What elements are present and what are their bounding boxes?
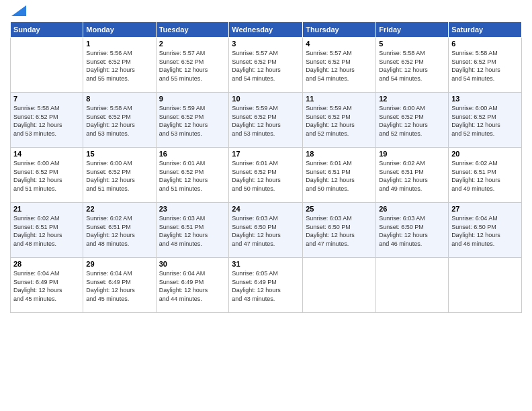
day-number: 10 xyxy=(232,95,300,103)
day-info: Sunrise: 6:00 AM Sunset: 6:52 PM Dayligh… xyxy=(13,159,80,193)
day-info: Sunrise: 6:01 AM Sunset: 6:52 PM Dayligh… xyxy=(159,159,226,193)
day-number: 24 xyxy=(232,205,300,213)
calendar-cell: 27Sunrise: 6:04 AM Sunset: 6:50 PM Dayli… xyxy=(449,203,522,258)
day-info: Sunrise: 6:03 AM Sunset: 6:51 PM Dayligh… xyxy=(159,214,226,248)
day-info: Sunrise: 6:04 AM Sunset: 6:49 PM Dayligh… xyxy=(159,269,226,303)
calendar-week-row: 7Sunrise: 5:58 AM Sunset: 6:52 PM Daylig… xyxy=(11,93,522,148)
day-number: 13 xyxy=(451,95,519,103)
day-number: 18 xyxy=(306,150,373,158)
calendar-cell: 23Sunrise: 6:03 AM Sunset: 6:51 PM Dayli… xyxy=(156,203,229,258)
header xyxy=(10,7,522,16)
day-info: Sunrise: 5:59 AM Sunset: 6:52 PM Dayligh… xyxy=(159,104,226,138)
day-info: Sunrise: 6:00 AM Sunset: 6:52 PM Dayligh… xyxy=(379,104,445,138)
day-info: Sunrise: 5:59 AM Sunset: 6:52 PM Dayligh… xyxy=(306,104,373,138)
calendar-cell: 22Sunrise: 6:02 AM Sunset: 6:51 PM Dayli… xyxy=(83,203,156,258)
calendar-cell: 21Sunrise: 6:02 AM Sunset: 6:51 PM Dayli… xyxy=(11,203,83,258)
day-number: 2 xyxy=(159,40,226,48)
calendar-cell: 31Sunrise: 6:05 AM Sunset: 6:49 PM Dayli… xyxy=(229,258,303,313)
day-info: Sunrise: 5:57 AM Sunset: 6:52 PM Dayligh… xyxy=(159,49,226,83)
calendar-cell: 24Sunrise: 6:03 AM Sunset: 6:50 PM Dayli… xyxy=(229,203,303,258)
calendar-cell: 17Sunrise: 6:01 AM Sunset: 6:52 PM Dayli… xyxy=(229,148,303,203)
day-info: Sunrise: 5:58 AM Sunset: 6:52 PM Dayligh… xyxy=(86,104,152,138)
day-info: Sunrise: 6:04 AM Sunset: 6:49 PM Dayligh… xyxy=(13,269,80,303)
calendar-week-row: 21Sunrise: 6:02 AM Sunset: 6:51 PM Dayli… xyxy=(11,203,522,258)
day-info: Sunrise: 5:58 AM Sunset: 6:52 PM Dayligh… xyxy=(379,49,445,83)
calendar-cell: 28Sunrise: 6:04 AM Sunset: 6:49 PM Dayli… xyxy=(11,258,83,313)
day-info: Sunrise: 5:59 AM Sunset: 6:52 PM Dayligh… xyxy=(232,104,300,138)
day-number: 25 xyxy=(306,205,373,213)
calendar-cell xyxy=(449,258,522,313)
calendar-week-row: 14Sunrise: 6:00 AM Sunset: 6:52 PM Dayli… xyxy=(11,148,522,203)
logo-icon xyxy=(11,5,26,16)
calendar-cell: 10Sunrise: 5:59 AM Sunset: 6:52 PM Dayli… xyxy=(229,93,303,148)
calendar-header-row: SundayMondayTuesdayWednesdayThursdayFrid… xyxy=(11,22,522,38)
day-info: Sunrise: 6:05 AM Sunset: 6:49 PM Dayligh… xyxy=(232,269,300,303)
day-number: 30 xyxy=(159,260,226,268)
day-number: 22 xyxy=(86,205,152,213)
calendar-cell: 5Sunrise: 5:58 AM Sunset: 6:52 PM Daylig… xyxy=(376,38,449,93)
calendar-cell: 26Sunrise: 6:03 AM Sunset: 6:50 PM Dayli… xyxy=(376,203,449,258)
day-info: Sunrise: 5:57 AM Sunset: 6:52 PM Dayligh… xyxy=(232,49,300,83)
day-info: Sunrise: 6:04 AM Sunset: 6:50 PM Dayligh… xyxy=(451,214,519,248)
day-number: 3 xyxy=(232,40,300,48)
day-number: 9 xyxy=(159,95,226,103)
calendar-cell: 13Sunrise: 6:00 AM Sunset: 6:52 PM Dayli… xyxy=(449,93,522,148)
calendar-cell: 15Sunrise: 6:00 AM Sunset: 6:52 PM Dayli… xyxy=(83,148,156,203)
day-info: Sunrise: 6:02 AM Sunset: 6:51 PM Dayligh… xyxy=(86,214,152,248)
calendar-header-saturday: Saturday xyxy=(449,22,522,38)
calendar-cell: 14Sunrise: 6:00 AM Sunset: 6:52 PM Dayli… xyxy=(11,148,83,203)
day-number: 17 xyxy=(232,150,300,158)
calendar-cell: 4Sunrise: 5:57 AM Sunset: 6:52 PM Daylig… xyxy=(303,38,376,93)
calendar-header-friday: Friday xyxy=(376,22,449,38)
calendar-header-tuesday: Tuesday xyxy=(156,22,229,38)
calendar: SundayMondayTuesdayWednesdayThursdayFrid… xyxy=(10,21,522,313)
day-info: Sunrise: 6:01 AM Sunset: 6:51 PM Dayligh… xyxy=(306,159,373,193)
day-info: Sunrise: 5:58 AM Sunset: 6:52 PM Dayligh… xyxy=(13,104,80,138)
day-number: 6 xyxy=(451,40,519,48)
calendar-cell: 9Sunrise: 5:59 AM Sunset: 6:52 PM Daylig… xyxy=(156,93,229,148)
day-number: 15 xyxy=(86,150,152,158)
calendar-header-monday: Monday xyxy=(83,22,156,38)
calendar-header-thursday: Thursday xyxy=(303,22,376,38)
day-number: 12 xyxy=(379,95,445,103)
calendar-cell: 19Sunrise: 6:02 AM Sunset: 6:51 PM Dayli… xyxy=(376,148,449,203)
day-number: 23 xyxy=(159,205,226,213)
day-number: 7 xyxy=(13,95,80,103)
day-info: Sunrise: 5:56 AM Sunset: 6:52 PM Dayligh… xyxy=(86,49,152,83)
calendar-cell: 18Sunrise: 6:01 AM Sunset: 6:51 PM Dayli… xyxy=(303,148,376,203)
calendar-cell: 8Sunrise: 5:58 AM Sunset: 6:52 PM Daylig… xyxy=(83,93,156,148)
calendar-week-row: 1Sunrise: 5:56 AM Sunset: 6:52 PM Daylig… xyxy=(11,38,522,93)
day-number: 26 xyxy=(379,205,445,213)
day-info: Sunrise: 6:00 AM Sunset: 6:52 PM Dayligh… xyxy=(86,159,152,193)
day-info: Sunrise: 6:02 AM Sunset: 6:51 PM Dayligh… xyxy=(379,159,445,193)
calendar-cell xyxy=(303,258,376,313)
day-number: 20 xyxy=(451,150,519,158)
day-number: 29 xyxy=(86,260,152,268)
day-info: Sunrise: 6:00 AM Sunset: 6:52 PM Dayligh… xyxy=(451,104,519,138)
calendar-cell: 16Sunrise: 6:01 AM Sunset: 6:52 PM Dayli… xyxy=(156,148,229,203)
day-info: Sunrise: 5:57 AM Sunset: 6:52 PM Dayligh… xyxy=(306,49,373,83)
day-info: Sunrise: 6:02 AM Sunset: 6:51 PM Dayligh… xyxy=(451,159,519,193)
day-info: Sunrise: 6:02 AM Sunset: 6:51 PM Dayligh… xyxy=(13,214,80,248)
day-info: Sunrise: 6:03 AM Sunset: 6:50 PM Dayligh… xyxy=(379,214,445,248)
calendar-cell xyxy=(376,258,449,313)
calendar-cell: 6Sunrise: 5:58 AM Sunset: 6:52 PM Daylig… xyxy=(449,38,522,93)
day-number: 21 xyxy=(13,205,80,213)
calendar-cell: 7Sunrise: 5:58 AM Sunset: 6:52 PM Daylig… xyxy=(11,93,83,148)
calendar-cell: 3Sunrise: 5:57 AM Sunset: 6:52 PM Daylig… xyxy=(229,38,303,93)
day-number: 31 xyxy=(232,260,300,268)
calendar-cell: 29Sunrise: 6:04 AM Sunset: 6:49 PM Dayli… xyxy=(83,258,156,313)
day-info: Sunrise: 6:03 AM Sunset: 6:50 PM Dayligh… xyxy=(232,214,300,248)
day-number: 1 xyxy=(86,40,152,48)
svg-marker-0 xyxy=(11,5,26,16)
calendar-cell: 1Sunrise: 5:56 AM Sunset: 6:52 PM Daylig… xyxy=(83,38,156,93)
calendar-cell: 20Sunrise: 6:02 AM Sunset: 6:51 PM Dayli… xyxy=(449,148,522,203)
calendar-cell: 25Sunrise: 6:03 AM Sunset: 6:50 PM Dayli… xyxy=(303,203,376,258)
day-number: 4 xyxy=(306,40,373,48)
day-number: 19 xyxy=(379,150,445,158)
day-number: 5 xyxy=(379,40,445,48)
calendar-header-wednesday: Wednesday xyxy=(229,22,303,38)
logo xyxy=(10,7,26,16)
calendar-week-row: 28Sunrise: 6:04 AM Sunset: 6:49 PM Dayli… xyxy=(11,258,522,313)
day-number: 8 xyxy=(86,95,152,103)
